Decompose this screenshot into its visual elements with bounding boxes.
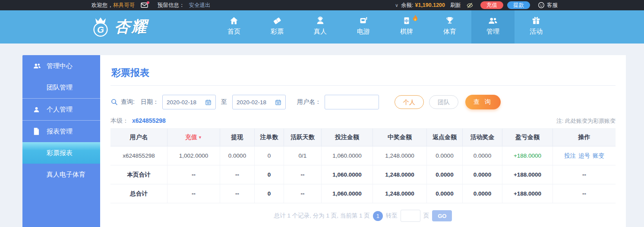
calendar-icon [275, 99, 281, 106]
account-change-note: 注: 此处账变为彩票账变 [556, 117, 616, 125]
team-toggle-button[interactable]: 团队 [429, 95, 458, 109]
search-icon [110, 98, 118, 106]
top-bar: 欢迎您， 杯具哥哥 预留信息： 安全退出 ∨ 余额: ¥1,190.1200 刷… [0, 0, 644, 10]
chevron-down-icon[interactable]: ∨ [395, 3, 398, 8]
nav-item-home[interactable]: 首页 [212, 10, 256, 44]
username-label: 用户名： [297, 98, 321, 106]
table-row-page-total: 本页合计 -- -- 0 -- 1,060.0000 1,248.0000 0.… [110, 165, 616, 184]
team-icon [488, 16, 498, 25]
welcome-text: 欢迎您， [92, 2, 113, 9]
nav-item-sports[interactable]: 体育 [428, 10, 471, 44]
nav-item-boardgames[interactable]: 中 棋牌 [385, 10, 428, 44]
reserved-label: 预留信息： [158, 2, 185, 9]
svg-text:中: 中 [404, 19, 408, 23]
page-title: 彩票报表 [110, 55, 616, 86]
sidebar-item-admin-center[interactable]: 管理中心 [22, 55, 100, 77]
to-label: 至 [221, 98, 227, 106]
nav-item-live[interactable]: 真人 [299, 10, 342, 44]
table-row-grand-total: 总合计 -- -- 0 -- 1,060.0000 1,248.0000 0.0… [110, 184, 616, 203]
col-username: 用户名 [110, 128, 167, 146]
dealer-icon [316, 16, 325, 25]
search-toolbar: 查询: 日期： 2020-02-18 至 2020-02-18 用户名： 个人 … [110, 95, 616, 109]
refresh-link[interactable]: 刷新 [450, 2, 461, 9]
account-change-link[interactable]: 账变 [593, 152, 604, 159]
service-label: 客服 [547, 2, 558, 9]
pagination: 总计 1 个记录, 分为 1 页, 当前第 1 页 1 转至 页 GO [110, 210, 616, 222]
sidebar-item-team-management[interactable]: 团队管理 [22, 77, 100, 98]
user-icon [33, 106, 41, 113]
bet-link[interactable]: 投注 [564, 152, 576, 159]
personal-toggle-button[interactable]: 个人 [395, 95, 424, 109]
page-unit-label: 页 [423, 212, 429, 220]
level-row: 本级： x624855298 注: 此处账变为彩票账变 [110, 117, 616, 125]
sidebar-item-lottery-report[interactable]: 彩票报表 [22, 142, 100, 164]
nav-item-promotions[interactable]: 活动 [515, 10, 558, 44]
col-rebate-amount: 返点金额 [427, 128, 463, 146]
customer-service-link[interactable]: 客服 [538, 2, 558, 9]
col-active-days: 活跃天数 [284, 128, 322, 146]
hot-flame-icon [412, 15, 419, 24]
page-body: 管理中心 团队管理 个人管理 报表管理 彩票报表 [0, 44, 644, 227]
pagination-summary: 总计 1 个记录, 分为 1 页, 当前第 1 页 [274, 212, 370, 220]
balance-label: 余额: [401, 2, 413, 9]
col-win-amount: 中奖金额 [373, 128, 427, 146]
action-links: 投注追号账变 [553, 146, 616, 165]
date-label: 日期： [141, 98, 159, 106]
svg-text:G: G [97, 25, 104, 34]
goto-page-input[interactable] [401, 210, 420, 222]
date-from-input[interactable]: 2020-02-18 [162, 95, 216, 109]
withdraw-button[interactable]: 提款 [507, 1, 530, 9]
calendar-icon [205, 99, 212, 106]
current-page-button[interactable]: 1 [373, 211, 383, 221]
col-activity-bonus: 活动奖金 [463, 128, 502, 146]
nav-item-games[interactable]: 电游 [342, 10, 385, 44]
go-button[interactable]: GO [432, 210, 452, 221]
balance-value: ¥1,190.1200 [415, 2, 445, 8]
sidebar: 管理中心 团队管理 个人管理 报表管理 彩票报表 [22, 55, 100, 227]
goto-label: 转至 [386, 212, 398, 220]
chase-link[interactable]: 追号 [578, 152, 590, 159]
report-file-icon [33, 127, 41, 135]
username-input[interactable] [325, 95, 379, 109]
col-profit-loss: 盈亏金额 [502, 128, 553, 146]
brand-logo[interactable]: G 杏耀 [88, 10, 148, 44]
col-withdraw: 提现 [220, 128, 255, 146]
trophy-icon [445, 16, 455, 25]
slot-machine-icon [359, 16, 368, 25]
nav-item-lottery[interactable]: 彩票 [256, 10, 299, 44]
ticket-icon [272, 16, 282, 25]
main-nav: G 杏耀 首页 彩票 真人 电游 中 棋牌 体育 [0, 10, 644, 44]
col-actions: 操作 [553, 128, 616, 146]
mahjong-tile-icon: 中 [402, 16, 411, 25]
brand-name: 杏耀 [114, 16, 148, 37]
report-table: 用户名 充值▼ 提现 注单数 活跃天数 投注金额 中奖金额 返点金额 活动奖金 … [110, 128, 616, 203]
col-recharge-sort[interactable]: 充值▼ [167, 128, 220, 146]
sort-desc-icon: ▼ [198, 135, 202, 140]
query-button[interactable]: 查 询 [465, 95, 501, 109]
col-bet-amount: 投注金额 [322, 128, 373, 146]
table-row-user: x624855298 1,002.0000 0.0000 0 0/1 1,060… [110, 146, 616, 165]
chat-bubble-icon [538, 2, 545, 9]
gift-icon [531, 16, 541, 25]
date-to-input[interactable]: 2020-02-18 [232, 95, 286, 109]
query-label: 查询: [121, 98, 135, 106]
username-text: 杯具哥哥 [113, 2, 135, 9]
col-bet-count: 注单数 [255, 128, 284, 146]
home-icon [229, 16, 239, 25]
level-value[interactable]: x624855298 [132, 117, 166, 124]
recharge-button[interactable]: 充值 [480, 1, 503, 9]
crown-badge-icon: G [88, 15, 113, 39]
team-icon [33, 62, 41, 70]
mail-badge-dot [147, 1, 149, 4]
eye-slash-icon[interactable] [466, 2, 474, 9]
content-panel: 彩票报表 查询: 日期： 2020-02-18 至 2020-02-18 用户名… [100, 55, 626, 227]
mail-icon[interactable] [141, 2, 148, 8]
logout-link[interactable]: 安全退出 [189, 2, 211, 9]
table-header-row: 用户名 充值▼ 提现 注单数 活跃天数 投注金额 中奖金额 返点金额 活动奖金 … [110, 128, 616, 146]
sidebar-item-report-management[interactable]: 报表管理 [22, 121, 100, 142]
level-label: 本级： [110, 117, 129, 124]
sidebar-item-live-electronic-sports[interactable]: 真人电子体育 [22, 164, 100, 185]
nav-item-admin[interactable]: 管理 [471, 10, 515, 44]
sidebar-item-personal-management[interactable]: 个人管理 [22, 99, 100, 120]
